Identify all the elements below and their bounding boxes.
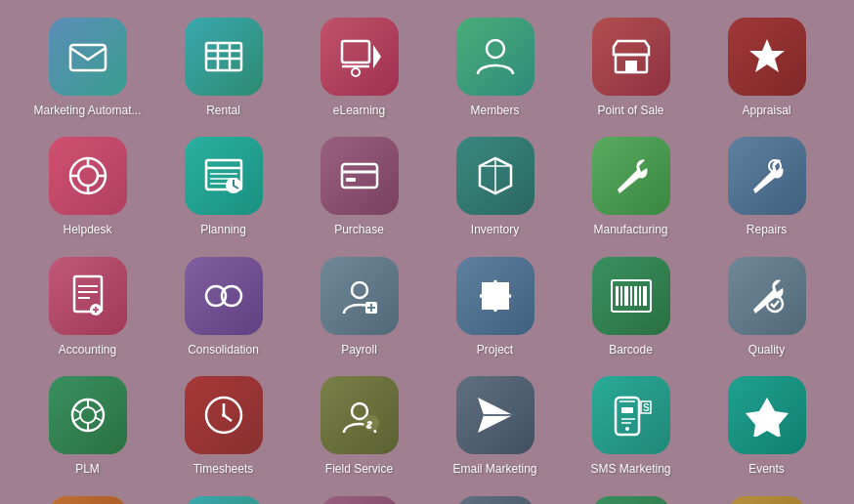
app-item-marketing-automation[interactable]: Marketing Automat...	[20, 8, 155, 127]
app-item-app-29[interactable]	[563, 486, 699, 504]
app-item-payroll[interactable]: Payroll	[291, 247, 427, 366]
app-icon-members	[456, 18, 534, 96]
app-label-appraisal: Appraisal	[742, 104, 790, 117]
app-label-sms-marketing: SMS Marketing	[590, 462, 670, 476]
app-item-plm[interactable]: PLM	[20, 366, 155, 485]
app-label-purchase: Purchase	[334, 223, 384, 236]
app-item-purchase[interactable]: Purchase	[291, 127, 427, 246]
app-icon-repairs	[728, 137, 806, 215]
app-label-marketing-automation: Marketing Automat...	[33, 104, 141, 117]
app-item-manufacturing[interactable]: Manufacturing	[563, 127, 699, 246]
svg-point-9	[352, 68, 360, 76]
app-icon-marketing-automation	[49, 18, 127, 96]
app-label-accounting: Accounting	[59, 343, 116, 357]
app-item-email-marketing[interactable]: Email Marketing	[427, 366, 563, 485]
app-item-events[interactable]: Events	[699, 366, 834, 485]
app-item-elearning[interactable]: eLearning	[291, 8, 427, 127]
app-icon-elearning	[320, 18, 399, 96]
app-icon-app-26	[185, 496, 263, 504]
app-icon-planning	[185, 137, 263, 215]
svg-rect-52	[643, 286, 647, 306]
app-item-members[interactable]: Members	[427, 8, 563, 127]
app-icon-app-30	[728, 496, 806, 504]
app-icon-inventory	[456, 137, 534, 215]
app-item-quality[interactable]: Quality	[699, 247, 834, 366]
app-icon-field-service	[320, 376, 399, 454]
app-label-helpdesk: Helpdesk	[63, 223, 111, 236]
app-icon-timesheets	[185, 376, 263, 454]
app-item-app-30[interactable]	[699, 486, 834, 504]
app-label-consolidation: Consolidation	[188, 343, 259, 357]
app-item-planning[interactable]: Planning	[155, 127, 291, 246]
app-icon-appraisal	[728, 18, 806, 96]
app-item-app-26[interactable]	[155, 486, 291, 504]
app-icon-purchase	[320, 137, 399, 215]
app-icon-point-of-sale	[592, 18, 670, 96]
app-label-rental: Rental	[206, 104, 240, 117]
app-icon-app-29	[592, 496, 670, 504]
app-item-app-27[interactable]	[291, 486, 427, 504]
svg-marker-13	[749, 39, 785, 72]
svg-rect-50	[634, 286, 637, 306]
app-label-barcode: Barcode	[609, 343, 653, 357]
app-icon-consolidation	[185, 257, 263, 335]
app-item-point-of-sale[interactable]: Point of Sale	[563, 8, 699, 127]
app-item-app-25[interactable]	[20, 486, 155, 504]
app-item-barcode[interactable]: Barcode	[563, 247, 699, 366]
svg-marker-7	[373, 45, 381, 68]
app-item-app-28[interactable]	[427, 486, 563, 504]
svg-rect-28	[346, 178, 356, 182]
svg-rect-66	[621, 407, 633, 413]
app-icon-quality	[728, 257, 806, 335]
app-item-project[interactable]: Project	[427, 247, 563, 366]
app-label-point-of-sale: Point of Sale	[597, 104, 663, 117]
svg-rect-6	[342, 41, 369, 63]
svg-rect-49	[630, 286, 632, 306]
svg-point-69	[625, 427, 629, 431]
app-item-repairs[interactable]: Repairs	[699, 127, 834, 246]
app-icon-project	[456, 257, 534, 335]
app-icon-rental	[185, 18, 263, 96]
app-label-manufacturing: Manufacturing	[593, 223, 667, 236]
app-label-events: Events	[748, 462, 785, 476]
app-item-appraisal[interactable]: Appraisal	[699, 8, 834, 127]
app-item-consolidation[interactable]: Consolidation	[155, 247, 291, 366]
app-label-elearning: eLearning	[333, 104, 385, 117]
svg-point-10	[487, 40, 504, 58]
app-label-payroll: Payroll	[341, 343, 377, 357]
app-icon-helpdesk	[49, 137, 127, 215]
app-icon-email-marketing	[456, 376, 534, 454]
app-item-inventory[interactable]: Inventory	[427, 127, 563, 246]
app-item-sms-marketing[interactable]: SSMS Marketing	[563, 366, 699, 485]
svg-point-15	[78, 166, 98, 186]
app-icon-barcode	[592, 257, 670, 335]
app-label-quality: Quality	[748, 343, 785, 357]
app-label-members: Members	[470, 104, 519, 117]
svg-rect-48	[624, 286, 628, 306]
svg-point-41	[352, 282, 367, 298]
app-icon-accounting	[49, 257, 127, 335]
svg-rect-12	[625, 61, 637, 72]
app-icon-app-27	[320, 496, 399, 504]
svg-rect-51	[639, 286, 641, 306]
app-label-inventory: Inventory	[471, 223, 519, 236]
svg-point-60	[352, 403, 367, 419]
app-label-project: Project	[477, 343, 513, 357]
svg-rect-47	[620, 286, 622, 306]
svg-rect-46	[616, 286, 619, 306]
app-icon-app-25	[49, 496, 127, 504]
svg-rect-1	[206, 43, 241, 70]
app-item-rental[interactable]: Rental	[155, 8, 291, 127]
app-icon-plm	[49, 376, 127, 454]
app-label-timesheets: Timesheets	[193, 462, 254, 476]
app-item-field-service[interactable]: Field Service	[291, 366, 427, 485]
app-label-plm: PLM	[75, 462, 100, 476]
app-item-timesheets[interactable]: Timesheets	[155, 366, 291, 485]
app-item-accounting[interactable]: Accounting	[20, 247, 155, 366]
app-grid: Marketing Automat...RentaleLearningMembe…	[0, 0, 854, 504]
svg-point-55	[80, 407, 96, 423]
svg-rect-26	[342, 164, 377, 188]
app-item-helpdesk[interactable]: Helpdesk	[20, 127, 155, 246]
app-icon-events	[728, 376, 806, 454]
app-icon-sms-marketing: S	[592, 376, 670, 454]
